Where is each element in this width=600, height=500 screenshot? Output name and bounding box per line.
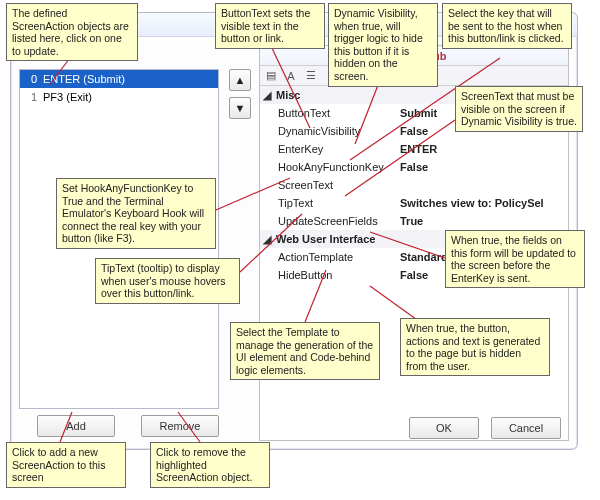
- annotation-template: Select the Template to manage the genera…: [230, 322, 380, 380]
- arrow-up-icon: ▲: [235, 74, 246, 86]
- property-name: ActionTemplate: [260, 251, 400, 263]
- property-value[interactable]: True: [400, 215, 568, 227]
- annotation-update: When true, the fields on this form will …: [445, 230, 585, 288]
- property-name: TipText: [260, 197, 400, 209]
- annotation-remove: Click to remove the highlighted ScreenAc…: [150, 442, 270, 488]
- annotation-tiptext: TipText (tooltip) to display when user's…: [95, 258, 240, 304]
- move-down-button[interactable]: ▼: [229, 97, 251, 119]
- annotation-hide: When true, the button, actions and text …: [400, 318, 550, 376]
- property-row[interactable]: UpdateScreenFieldsTrue: [260, 212, 568, 230]
- list-item-label: ENTER (Submit): [43, 73, 125, 85]
- property-value[interactable]: False: [400, 161, 568, 173]
- move-up-button[interactable]: ▲: [229, 69, 251, 91]
- property-name: ScreenText: [260, 179, 400, 191]
- alphabetical-icon[interactable]: A: [284, 69, 298, 83]
- property-row[interactable]: HookAnyFunctionKeyFalse: [260, 158, 568, 176]
- cancel-button[interactable]: Cancel: [491, 417, 561, 439]
- collapse-icon: ◢: [262, 233, 272, 246]
- list-item-index: 1: [26, 91, 37, 103]
- collapse-icon: ◢: [262, 89, 272, 102]
- list-item-label: PF3 (Exit): [43, 91, 92, 103]
- add-button[interactable]: Add: [37, 415, 115, 437]
- properties-icon[interactable]: ☰: [304, 69, 318, 83]
- property-name: EnterKey: [260, 143, 400, 155]
- annotation-add: Click to add a new ScreenAction to this …: [6, 442, 126, 488]
- property-name: HookAnyFunctionKey: [260, 161, 400, 173]
- property-name: ButtonText: [260, 107, 400, 119]
- remove-button[interactable]: Remove: [141, 415, 219, 437]
- annotation-screentext: ScreenText that must be visible on the s…: [455, 86, 583, 132]
- property-name: DynamicVisibility: [260, 125, 400, 137]
- property-row[interactable]: ScreenText: [260, 176, 568, 194]
- property-value[interactable]: ENTER: [400, 143, 568, 155]
- list-item[interactable]: 1PF3 (Exit): [20, 88, 218, 106]
- property-row[interactable]: EnterKeyENTER: [260, 140, 568, 158]
- property-section-title: Misc: [276, 89, 300, 101]
- reorder-controls: ▲ ▼: [229, 69, 251, 125]
- annotation-enterkey: Select the key that will be sent to the …: [442, 3, 572, 49]
- annotation-hook: Set HookAnyFunctionKey to True and the T…: [56, 178, 216, 249]
- annotation-buttontext: ButtonText sets the visible text in the …: [215, 3, 325, 49]
- list-item[interactable]: 0ENTER (Submit): [20, 70, 218, 88]
- ok-button[interactable]: OK: [409, 417, 479, 439]
- annotation-dynvis: Dynamic Visibility, when true, will trig…: [328, 3, 438, 87]
- property-section-title: Web User Interface: [276, 233, 375, 245]
- categorized-icon[interactable]: ▤: [264, 69, 278, 83]
- list-buttons: Add Remove: [37, 415, 219, 437]
- arrow-down-icon: ▼: [235, 102, 246, 114]
- dialog-buttons: OK Cancel: [409, 417, 561, 439]
- property-name: UpdateScreenFields: [260, 215, 400, 227]
- annotation-list: The defined ScreenAction objects are lis…: [6, 3, 138, 61]
- property-value[interactable]: Switches view to: PolicySel: [400, 197, 568, 209]
- property-name: HideButton: [260, 269, 400, 281]
- property-row[interactable]: TipTextSwitches view to: PolicySel: [260, 194, 568, 212]
- list-item-index: 0: [26, 73, 37, 85]
